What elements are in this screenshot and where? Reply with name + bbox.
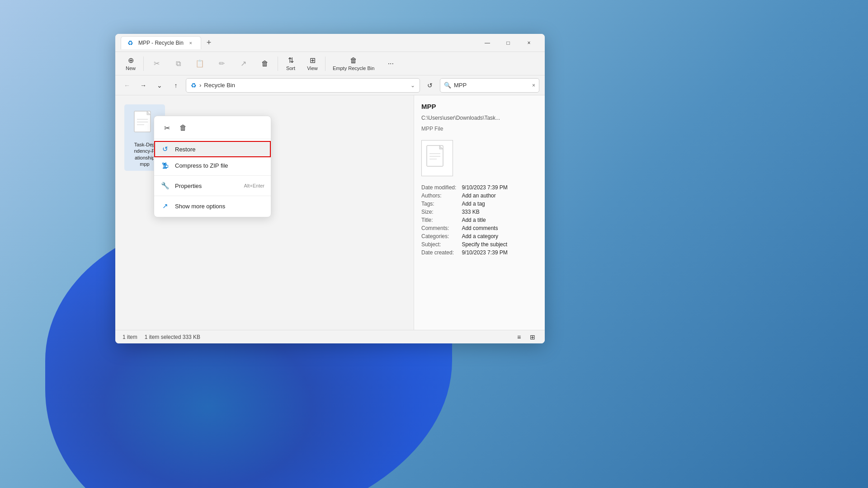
- maximize-button[interactable]: □: [498, 36, 519, 50]
- address-path-item: Recycle Bin: [204, 82, 235, 89]
- ctx-separator-2: [154, 196, 271, 196]
- panel-meta: Date modified: 9/10/2023 7:39 PM Authors…: [421, 184, 538, 256]
- view-icon: ⊞: [310, 56, 316, 65]
- ctx-properties-shortcut: Alt+Enter: [244, 183, 264, 188]
- panel-filename: MPP: [421, 103, 538, 110]
- ctx-restore-item[interactable]: ↺ Restore: [154, 141, 271, 157]
- tags-label: Tags:: [421, 201, 456, 207]
- ctx-properties-item[interactable]: 🔧 Properties Alt+Enter: [154, 178, 271, 194]
- date-modified-value: 9/10/2023 7:39 PM: [462, 184, 538, 191]
- status-bar: 1 item 1 item selected 333 KB ≡ ⊞: [115, 330, 545, 343]
- new-tab-button[interactable]: +: [203, 37, 215, 48]
- recycle-bin-tab-icon: ♻: [127, 39, 135, 47]
- comments-value: Add comments: [462, 225, 538, 231]
- ctx-cut-button[interactable]: ✂: [160, 121, 174, 135]
- tags-value: Add a tag: [462, 201, 538, 207]
- sort-icon: ⇅: [288, 56, 294, 65]
- more-icon: ···: [388, 60, 394, 68]
- context-menu: ✂ 🗑 ↺ Restore 🗜 Compress to ZIP file 🔧 P…: [154, 116, 271, 217]
- tab-area: ♻ MPP - Recycle Bin × +: [121, 36, 477, 49]
- categories-value: Add a category: [462, 233, 538, 239]
- title-value: Add a title: [462, 217, 538, 223]
- ctx-show-more-item[interactable]: ↗ Show more options: [154, 198, 271, 214]
- new-button[interactable]: ⊕ New: [121, 54, 141, 73]
- size-value: 333 KB: [462, 209, 538, 215]
- search-icon: 🔍: [444, 82, 451, 89]
- size-label: Size:: [421, 209, 456, 215]
- refresh-button[interactable]: ↺: [424, 79, 436, 92]
- minimize-button[interactable]: —: [477, 36, 498, 50]
- view-toggle-group: ≡ ⊞: [514, 332, 538, 342]
- paste-button[interactable]: 📋: [190, 57, 210, 70]
- close-button[interactable]: ×: [519, 36, 539, 50]
- address-bar: ← → ⌄ ↑ ♻ › Recycle Bin ⌄ ↺ 🔍 MPP ×: [115, 75, 545, 95]
- file-icon-svg: [133, 110, 156, 137]
- grid-view-button[interactable]: ⊞: [528, 332, 538, 342]
- share-button[interactable]: ↗: [233, 57, 253, 70]
- paste-icon: 📋: [195, 59, 204, 68]
- ctx-separator: [154, 175, 271, 176]
- categories-label: Categories:: [421, 233, 456, 239]
- recent-locations-button[interactable]: ⌄: [153, 79, 166, 92]
- panel-preview-icon: [426, 145, 448, 172]
- subject-value: Specify the subject: [462, 241, 538, 248]
- ctx-compress-icon: 🗜: [160, 161, 170, 170]
- title-bar: ♻ MPP - Recycle Bin × + — □ ×: [115, 34, 545, 52]
- address-recycle-icon: ♻: [191, 82, 197, 89]
- sort-label: Sort: [286, 66, 295, 71]
- file-explorer-window: ♻ MPP - Recycle Bin × + — □ × ⊕ New ✂ ⧉ …: [115, 34, 545, 343]
- tab-close-button[interactable]: ×: [187, 39, 194, 47]
- right-panel: MPP C:\Users\user\Downloads\Task... MPP …: [414, 95, 545, 330]
- delete-button[interactable]: 🗑: [255, 58, 275, 70]
- date-created-label: Date created:: [421, 249, 456, 256]
- address-chevron-icon: ⌄: [410, 82, 415, 89]
- item-count: 1 item: [123, 334, 137, 340]
- file-view: Task-Depndency-Rationshipmpp ✂ 🗑 ↺ Resto…: [115, 95, 414, 330]
- address-input[interactable]: ♻ › Recycle Bin ⌄: [186, 78, 420, 93]
- new-label: New: [126, 66, 136, 71]
- search-box[interactable]: 🔍 MPP ×: [440, 78, 539, 93]
- authors-label: Authors:: [421, 192, 456, 199]
- list-view-button[interactable]: ≡: [514, 332, 524, 342]
- date-modified-label: Date modified:: [421, 184, 456, 191]
- selected-info: 1 item selected 333 KB: [145, 334, 200, 340]
- new-icon: ⊕: [128, 56, 134, 65]
- ctx-restore-label: Restore: [175, 146, 196, 153]
- toolbar-separator-1: [143, 56, 144, 71]
- search-value: MPP: [454, 82, 467, 89]
- ctx-properties-label: Properties: [175, 183, 202, 189]
- more-options-button[interactable]: ···: [381, 58, 401, 70]
- toolbar-separator-3: [325, 56, 326, 71]
- rename-button[interactable]: ✏: [212, 57, 231, 70]
- active-tab[interactable]: ♻ MPP - Recycle Bin ×: [121, 36, 201, 49]
- back-button[interactable]: ←: [121, 79, 133, 92]
- view-label: View: [307, 66, 318, 71]
- copy-button[interactable]: ⧉: [168, 58, 188, 70]
- file-name: Task-Depndency-Rationshipmpp: [134, 141, 155, 167]
- title-label: Title:: [421, 217, 456, 223]
- ctx-compress-item[interactable]: 🗜 Compress to ZIP file: [154, 157, 271, 174]
- tab-label: MPP - Recycle Bin: [138, 40, 184, 46]
- context-menu-top-icons: ✂ 🗑: [154, 119, 271, 139]
- content-area: Task-Depndency-Rationshipmpp ✂ 🗑 ↺ Resto…: [115, 95, 545, 330]
- up-button[interactable]: ↑: [170, 79, 182, 92]
- search-clear-button[interactable]: ×: [532, 82, 535, 89]
- toolbar: ⊕ New ✂ ⧉ 📋 ✏ ↗ 🗑 ⇅ Sort ⊞ View: [115, 52, 545, 75]
- panel-preview: [421, 140, 453, 176]
- rename-icon: ✏: [219, 59, 225, 68]
- ctx-compress-label: Compress to ZIP file: [175, 162, 228, 169]
- sort-button[interactable]: ⇅ Sort: [281, 54, 301, 73]
- forward-button[interactable]: →: [137, 79, 150, 92]
- share-icon: ↗: [241, 59, 246, 68]
- ctx-show-more-label: Show more options: [175, 203, 225, 210]
- ctx-delete-button[interactable]: 🗑: [176, 121, 190, 135]
- empty-recycle-bin-button[interactable]: 🗑 Empty Recycle Bin: [328, 55, 379, 73]
- authors-value: Add an author: [462, 192, 538, 199]
- cut-button[interactable]: ✂: [146, 57, 166, 70]
- window-controls: — □ ×: [477, 36, 539, 50]
- empty-recycle-bin-icon: 🗑: [350, 56, 357, 65]
- ctx-properties-icon: 🔧: [160, 181, 170, 190]
- cut-icon: ✂: [154, 59, 160, 68]
- address-separator: ›: [199, 82, 201, 89]
- view-button[interactable]: ⊞ View: [302, 54, 322, 73]
